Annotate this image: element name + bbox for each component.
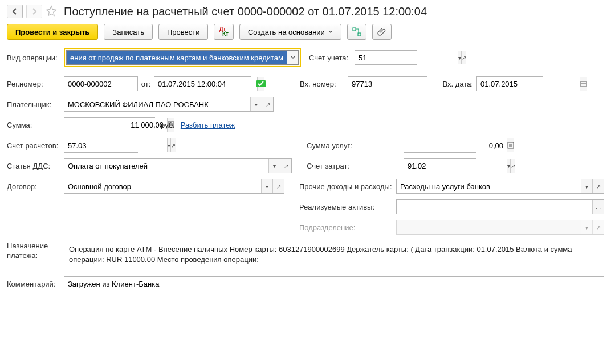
account-open-button[interactable]: ↗ [461, 51, 466, 64]
cost-acc-label: Счет затрат: [307, 162, 404, 170]
arrow-left-icon [11, 8, 18, 15]
purpose-label: Назначение платежа: [7, 242, 64, 261]
split-payment-link[interactable]: Разбить платеж [181, 121, 235, 129]
form-area: Вид операции: Счет учета: ▾ ↗ Рег.номер:… [7, 48, 604, 293]
dds-dropdown-button[interactable]: ▾ [268, 159, 280, 173]
toolbar: Провести и закрыть Записать Провести Дт … [7, 24, 604, 40]
create-based-label: Создать на основании [248, 28, 325, 36]
reg-no-label: Рег.номер: [7, 80, 64, 88]
other-inc-exp-input[interactable] [397, 179, 581, 193]
in-date-input[interactable] [477, 77, 580, 91]
dtkt-button[interactable]: Дт Кт [214, 24, 234, 40]
payer-dropdown-button[interactable]: ▾ [250, 97, 262, 111]
purpose-textarea[interactable]: Операция по карте ATM - Внесение наличны… [64, 242, 604, 267]
assets-label: Реализуемые активы: [299, 203, 396, 211]
division-open-button: ↗ [592, 220, 604, 234]
assets-more-button[interactable]: … [592, 200, 604, 214]
account-label: Счет учета: [309, 54, 355, 62]
ok-flag-icon[interactable] [256, 80, 266, 87]
op-type-select[interactable] [67, 51, 287, 64]
services-sum-calc-button[interactable] [507, 138, 514, 152]
other-inc-exp-label: Прочие доходы и расходы: [299, 182, 396, 191]
in-date-calendar-button[interactable] [580, 77, 587, 91]
svg-rect-4 [581, 81, 586, 87]
page-title: Поступление на расчетный счет 0000-00000… [64, 5, 427, 18]
contract-label: Договор: [7, 182, 64, 191]
in-no-label: Вх. номер: [300, 80, 345, 88]
chevron-down-icon [291, 55, 295, 60]
calculator-icon [507, 142, 514, 149]
settle-acc-input[interactable] [64, 138, 167, 152]
from-label: от: [138, 80, 154, 88]
arrow-right-icon [31, 8, 38, 15]
in-no-input[interactable] [348, 76, 427, 91]
dds-open-button[interactable]: ↗ [280, 159, 291, 173]
cost-acc-input[interactable] [404, 159, 507, 173]
top-nav: Поступление на расчетный счет 0000-00000… [7, 5, 604, 18]
structure-icon [352, 27, 361, 36]
op-type-dropdown-button[interactable] [287, 51, 298, 64]
dds-label: Статья ДДС: [7, 162, 64, 170]
payer-label: Плательщик: [7, 100, 64, 109]
date-input[interactable] [154, 77, 257, 91]
attach-button[interactable] [372, 24, 392, 40]
op-type-highlight [64, 48, 301, 67]
services-sum-label: Сумма услуг: [307, 141, 404, 150]
dds-input[interactable] [64, 159, 268, 173]
services-sum-input[interactable] [404, 138, 507, 152]
calendar-icon [580, 80, 587, 87]
comment-label: Комментарий: [7, 280, 64, 288]
contract-input[interactable] [64, 179, 261, 193]
division-dropdown-button: ▾ [581, 220, 592, 234]
paperclip-icon [377, 27, 386, 36]
payer-open-button[interactable]: ↗ [262, 97, 273, 111]
settle-acc-label: Счет расчетов: [7, 141, 64, 150]
contract-dropdown-button[interactable]: ▾ [261, 179, 272, 193]
settle-acc-open-button[interactable]: ↗ [170, 138, 176, 152]
star-icon[interactable] [46, 5, 57, 18]
nav-back-button[interactable] [7, 5, 23, 18]
in-date-label: Вх. дата: [433, 80, 473, 88]
post-and-close-button[interactable]: Провести и закрыть [7, 24, 98, 40]
sum-input[interactable] [64, 118, 167, 132]
other-inc-exp-dropdown-button[interactable]: ▾ [581, 179, 592, 193]
op-type-label: Вид операции: [7, 54, 64, 62]
nav-forward-button[interactable] [26, 5, 42, 18]
svg-rect-0 [353, 28, 356, 31]
other-inc-exp-open-button[interactable]: ↗ [592, 179, 604, 193]
comment-input[interactable] [64, 276, 604, 291]
post-button[interactable]: Провести [158, 24, 209, 40]
reg-no-input[interactable] [64, 76, 138, 91]
cost-acc-open-button[interactable]: ↗ [510, 159, 515, 173]
assets-input[interactable] [397, 200, 592, 214]
chevron-down-icon [328, 30, 333, 34]
structure-button[interactable] [347, 24, 366, 40]
dtkt-icon: Дт Кт [219, 27, 229, 36]
sum-label: Сумма: [7, 121, 64, 129]
currency-label: руб. [161, 121, 175, 129]
division-label: Подразделение: [299, 223, 396, 232]
payer-input[interactable] [64, 97, 250, 111]
create-based-button[interactable]: Создать на основании [239, 24, 341, 40]
contract-open-button[interactable]: ↗ [272, 179, 284, 193]
division-input [397, 220, 581, 234]
account-input[interactable] [355, 51, 458, 64]
save-button[interactable]: Записать [104, 24, 153, 40]
